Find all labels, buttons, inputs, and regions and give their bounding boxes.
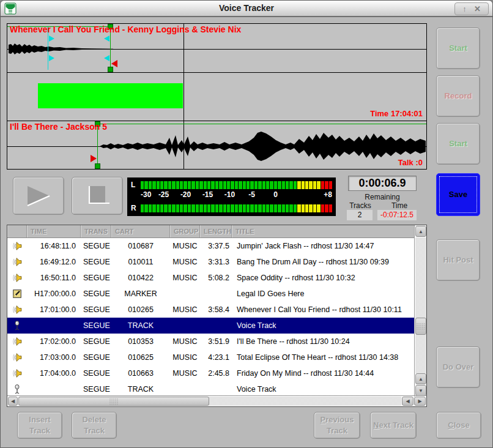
vscroll-track[interactable] bbox=[415, 237, 426, 373]
cell-time: 16:48:11.0 bbox=[27, 242, 81, 250]
start-marker-icon[interactable] bbox=[111, 60, 117, 67]
hscroll-thumb[interactable] bbox=[18, 397, 209, 406]
log-row[interactable]: H17:00:00.0SEGUEMARKERLegal ID Goes Here bbox=[7, 286, 414, 302]
cell-group: MUSIC bbox=[170, 337, 200, 346]
log-row[interactable]: 16:50:11.0SEGUE010422MUSIC5:08.2Space Od… bbox=[7, 270, 414, 286]
next-track-button[interactable]: Next Track bbox=[370, 412, 417, 439]
cell-title: Bang The Drum All Day -- rdhost 11/30 09… bbox=[232, 258, 414, 266]
vu-tick: -15 bbox=[202, 190, 213, 199]
shade-window-icon[interactable]: ↑ bbox=[462, 5, 467, 13]
log-row[interactable]: SEGUETRACKVoice Track bbox=[7, 381, 414, 397]
track-separator bbox=[7, 121, 426, 121]
stop-button[interactable] bbox=[72, 177, 123, 215]
speaker-icon bbox=[7, 368, 27, 378]
play-button[interactable] bbox=[13, 177, 64, 215]
header-icon-col[interactable] bbox=[7, 225, 27, 237]
arrow-left-icon: ◀ bbox=[406, 398, 409, 404]
log-row[interactable]: 17:04:00.0SEGUE010663MUSIC2:45.8Friday O… bbox=[7, 365, 414, 381]
log-row[interactable]: 17:03:00.0SEGUE010625MUSIC4:23.1Total Ec… bbox=[7, 349, 414, 365]
speaker-icon bbox=[7, 337, 27, 346]
cell-length: 4:23.1 bbox=[200, 353, 232, 362]
header-title[interactable]: TITLE bbox=[232, 225, 414, 237]
marker-icon bbox=[7, 289, 27, 299]
track-separator bbox=[7, 72, 426, 73]
vu-right-segments bbox=[141, 204, 332, 212]
speaker-icon bbox=[7, 305, 27, 315]
cell-time: 17:03:00.0 bbox=[27, 353, 81, 362]
scroll-up-button-2[interactable]: ▲ bbox=[415, 373, 426, 384]
fade-marker-icon[interactable] bbox=[104, 35, 109, 42]
fade-marker-icon[interactable] bbox=[49, 55, 54, 61]
cell-title: Friday On My Mind -- rdhost 11/30 14:44 bbox=[232, 369, 414, 378]
header-time[interactable]: TIME bbox=[27, 225, 81, 237]
cell-length: 3:58.4 bbox=[200, 305, 232, 314]
voice-track-region[interactable] bbox=[38, 83, 183, 108]
arrow-up-icon: ▲ bbox=[418, 229, 423, 234]
cell-trans: SEGUE bbox=[81, 242, 111, 250]
cell-length: 3:31.3 bbox=[200, 258, 232, 266]
log-row[interactable]: SEGUETRACKVoice Track bbox=[7, 318, 414, 334]
scroll-left-button-2[interactable]: ◀ bbox=[402, 397, 413, 406]
cell-title: Total Eclipse Of The Heart -- rdhost 11/… bbox=[232, 353, 414, 362]
start-marker-icon[interactable] bbox=[91, 155, 97, 162]
fade-marker-icon[interactable] bbox=[104, 55, 109, 61]
remaining-label: Remaining bbox=[342, 193, 423, 201]
vu-tick: -20 bbox=[180, 190, 191, 199]
close-button[interactable]: Close bbox=[436, 412, 481, 439]
cell-group: MUSIC bbox=[170, 369, 200, 378]
cell-length: 3:37.5 bbox=[200, 242, 232, 250]
scroll-down-button[interactable]: ▼ bbox=[415, 385, 426, 396]
track3-title: I'll Be There - Jackson 5 bbox=[10, 122, 107, 132]
window-title: Voice Tracker bbox=[1, 3, 492, 13]
do-over-button[interactable]: Do Over bbox=[436, 346, 480, 388]
speaker-icon bbox=[7, 353, 27, 362]
cell-title: I'll Be There -- rdhost 11/30 10:24 bbox=[232, 337, 414, 346]
header-length[interactable]: LENGTH bbox=[200, 225, 232, 237]
header-cart[interactable]: CART bbox=[111, 225, 170, 237]
save-button[interactable]: Save bbox=[436, 173, 480, 216]
log-header: TIME TRANS CART GROUP LENGTH TITLE bbox=[7, 225, 414, 238]
titlebar: Voice Tracker ↑ ✕ bbox=[1, 1, 492, 17]
vertical-scrollbar[interactable]: ▲ ▲ ▼ bbox=[414, 225, 426, 397]
log-row[interactable]: 16:49:12.0SEGUE010011MUSIC3:31.3Bang The… bbox=[7, 254, 414, 270]
vu-tick: -5 bbox=[248, 190, 255, 199]
window-controls: ↑ ✕ bbox=[454, 2, 489, 15]
cell-trans: SEGUE bbox=[81, 289, 111, 298]
cell-time: H17:00:00.0 bbox=[27, 289, 81, 298]
record-button[interactable]: Record bbox=[436, 75, 480, 117]
scroll-left-button[interactable]: ◀ bbox=[8, 397, 18, 406]
vscroll-thumb[interactable] bbox=[415, 318, 426, 335]
scroll-up-button[interactable]: ▲ bbox=[415, 226, 426, 237]
arrow-down-icon: ▼ bbox=[418, 388, 423, 394]
header-group[interactable]: GROUP bbox=[170, 225, 200, 237]
waveform-panel[interactable]: Whenever I Call You Friend - Kenny Loggi… bbox=[7, 23, 427, 170]
hit-post-button[interactable]: Hit Post bbox=[436, 239, 480, 281]
vu-tick: +8 bbox=[324, 190, 332, 199]
insert-track-button[interactable]: Insert Track bbox=[17, 412, 62, 439]
elapsed-time-display: 0:00:06.9 bbox=[348, 176, 417, 191]
previous-track-button[interactable]: Previous Track bbox=[314, 412, 360, 439]
cell-cart: 010265 bbox=[111, 305, 170, 314]
start-track1-button[interactable]: Start bbox=[436, 28, 480, 69]
horizontal-scrollbar[interactable]: ◀ ◀ ▶ bbox=[7, 395, 426, 406]
segue-handle-icon[interactable] bbox=[95, 163, 100, 169]
segue-handle-icon[interactable] bbox=[108, 67, 113, 72]
delete-track-button[interactable]: Delete Track bbox=[72, 412, 117, 439]
log-row[interactable]: 16:48:11.0SEGUE010687MUSIC3:37.5Jumpin' … bbox=[7, 238, 414, 254]
header-trans[interactable]: TRANS bbox=[81, 225, 111, 237]
log-row[interactable]: 17:01:00.0SEGUE010265MUSIC3:58.4Whenever… bbox=[7, 302, 414, 318]
cell-time: 16:49:12.0 bbox=[27, 258, 81, 266]
cell-title: Voice Track bbox=[232, 321, 414, 330]
scroll-right-button[interactable]: ▶ bbox=[414, 397, 426, 406]
cell-group: MUSIC bbox=[170, 242, 200, 250]
log-row[interactable]: 17:02:00.0SEGUE010353MUSIC3:51.9I'll Be … bbox=[7, 334, 414, 349]
mic-icon bbox=[7, 321, 27, 330]
cell-time: 17:04:00.0 bbox=[27, 369, 81, 378]
cell-time: 16:50:11.0 bbox=[27, 274, 81, 282]
cell-trans: SEGUE bbox=[81, 385, 111, 394]
close-window-icon[interactable]: ✕ bbox=[474, 5, 481, 13]
cell-trans: SEGUE bbox=[81, 353, 111, 362]
start-track3-button[interactable]: Start bbox=[436, 123, 480, 165]
cell-cart: 010011 bbox=[111, 258, 170, 266]
fade-marker-icon[interactable] bbox=[49, 35, 54, 42]
